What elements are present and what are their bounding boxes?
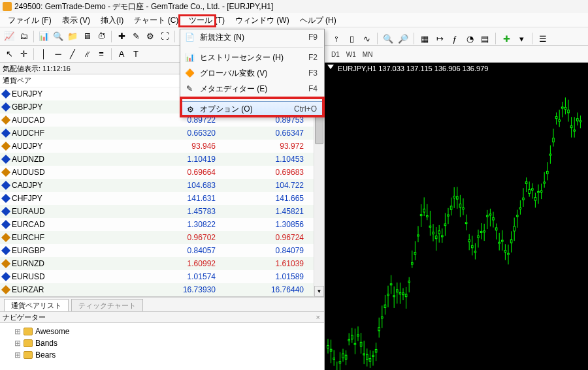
table-row[interactable]: EURUSD1.015741.01589 — [0, 270, 314, 283]
fibo-icon[interactable]: ≡ — [95, 48, 108, 61]
crosshair-icon[interactable]: ✛ — [17, 48, 30, 61]
tb-datawindow-icon[interactable]: 🔍 — [52, 30, 65, 43]
dd-metaeditor[interactable]: ✎ メタエディター (E) F4 — [180, 81, 324, 97]
scroll-down-icon[interactable]: ▼ — [314, 286, 324, 297]
text-icon[interactable]: A — [115, 48, 128, 61]
svg-rect-92 — [463, 208, 465, 209]
direction-icon — [1, 129, 10, 138]
svg-rect-14 — [345, 355, 347, 359]
trendline-icon[interactable]: ╱ — [66, 48, 79, 61]
svg-rect-72 — [433, 232, 434, 234]
chart-dropdown-icon[interactable] — [327, 65, 334, 69]
dd-history-center[interactable]: 📊 ヒストリーセンター (H) F2 — [180, 50, 324, 65]
bid-value: 1.60992 — [134, 257, 222, 270]
tf-mn[interactable]: MN — [361, 51, 374, 61]
svg-rect-144 — [540, 191, 542, 192]
menu-insert[interactable]: 挿入(I) — [95, 14, 129, 26]
menu-file[interactable]: ファイル (F) — [3, 14, 57, 26]
ask-value: 0.96724 — [222, 231, 310, 244]
hline-icon[interactable]: ─ — [52, 48, 65, 61]
shift-icon[interactable]: ↦ — [433, 32, 446, 45]
dd-new-order[interactable]: 📄 新規注文 (N) F9 — [180, 29, 324, 45]
dd-options[interactable]: ⚙ オプション (O) Ctrl+O — [180, 101, 324, 117]
bar-chart-icon[interactable]: ⫯ — [330, 32, 343, 45]
tf-d1[interactable]: D1 — [330, 51, 341, 61]
navigator-close-icon[interactable]: × — [316, 311, 324, 323]
table-row[interactable]: CHFJPY141.631141.665 — [0, 192, 314, 205]
table-row[interactable]: AUDJPY93.94693.972 — [0, 140, 314, 153]
nav-item[interactable]: ⊞Bears — [3, 349, 321, 361]
nav-item[interactable]: ⊞Bands — [3, 337, 321, 349]
table-row[interactable]: EURAUD1.457831.45821 — [0, 205, 314, 218]
obj-icon[interactable]: ☰ — [536, 32, 549, 45]
dd-metaeditor-shortcut: F4 — [308, 84, 318, 93]
tree-toggle-icon[interactable]: ⊞ — [14, 327, 21, 336]
candle-chart-icon[interactable]: ▯ — [345, 32, 358, 45]
tree-toggle-icon[interactable]: ⊞ — [14, 350, 21, 360]
channel-icon[interactable]: ⫽ — [80, 48, 93, 61]
templates-icon[interactable]: ▤ — [478, 32, 491, 45]
table-row[interactable]: AUDNZD1.104191.10453 — [0, 153, 314, 166]
svg-rect-78 — [442, 236, 444, 237]
svg-rect-38 — [382, 317, 384, 318]
bid-value: 141.631 — [134, 192, 222, 205]
dd-global-vars[interactable]: 🔶 グローバル変数 (V) F3 — [180, 65, 324, 81]
chart-area[interactable]: EURJPY,H1 137.033 137.115 136.906 136.97… — [325, 63, 588, 370]
tb-terminal-icon[interactable]: 🖥 — [80, 30, 93, 43]
textlabel-icon[interactable]: T — [129, 48, 142, 61]
table-row[interactable]: EURGBP0.840570.84079 — [0, 244, 314, 257]
tb-options-icon[interactable]: ⚙ — [144, 30, 157, 43]
expand-icon[interactable]: ▾ — [515, 32, 528, 45]
direction-icon — [1, 168, 10, 177]
menu-chart[interactable]: チャート (C) — [129, 14, 184, 26]
tab-symbols[interactable]: 通貨ペアリスト — [4, 299, 69, 311]
autoscr-icon[interactable]: ▦ — [418, 32, 431, 45]
zoom-in-icon[interactable]: 🔍 — [382, 32, 395, 45]
tb-profiles-icon[interactable]: 🗂 — [17, 30, 30, 43]
ask-value: 141.665 — [222, 192, 310, 205]
menu-window[interactable]: ウィンドウ (W) — [230, 14, 295, 26]
svg-rect-12 — [342, 354, 344, 358]
indicators-icon[interactable]: ƒ — [448, 32, 461, 45]
periods-icon[interactable]: ◔ — [463, 32, 476, 45]
vline-icon[interactable]: │ — [37, 48, 50, 61]
table-row[interactable]: AUDCHF0.663200.66347 — [0, 127, 314, 140]
table-row[interactable]: CADJPY104.683104.722 — [0, 179, 314, 192]
table-row[interactable]: EURZAR16.7393016.76440 — [0, 283, 314, 296]
tb-tester-icon[interactable]: ⏱ — [95, 30, 108, 43]
nav-item[interactable]: ⊞Awesome — [3, 326, 321, 337]
symbol-label: AUDJPY — [12, 142, 42, 151]
ask-value: 0.84079 — [222, 244, 310, 257]
line-chart-icon[interactable]: ∿ — [360, 32, 373, 45]
tb-metaeditor-icon[interactable]: ✎ — [129, 30, 142, 43]
svg-rect-46 — [393, 296, 395, 297]
app-logo-icon — [3, 2, 12, 11]
cursor-icon[interactable]: ↖ — [3, 48, 16, 61]
direction-icon — [1, 246, 10, 255]
addwin-icon[interactable]: ✚ — [500, 32, 513, 45]
svg-rect-58 — [412, 263, 414, 265]
table-row[interactable]: EURCHF0.967020.96724 — [0, 231, 314, 244]
tb-neworder-icon[interactable]: ✚ — [115, 30, 128, 43]
tree-toggle-icon[interactable]: ⊞ — [14, 339, 21, 348]
zoom-out-icon[interactable]: 🔎 — [397, 32, 410, 45]
svg-rect-66 — [423, 209, 425, 212]
tb-fullscreen-icon[interactable]: ⛶ — [158, 30, 171, 43]
tb-new-chart-icon[interactable]: 📈 — [3, 30, 16, 43]
table-row[interactable]: EURNZD1.609921.61039 — [0, 257, 314, 270]
menu-view[interactable]: 表示 (V) — [57, 14, 95, 26]
menu-tools[interactable]: ツール (T) — [184, 14, 230, 26]
tb-navigator-icon[interactable]: 📁 — [66, 30, 79, 43]
tf-w1[interactable]: W1 — [345, 51, 357, 61]
table-row[interactable]: AUDUSD0.696640.69683 — [0, 166, 314, 179]
svg-rect-62 — [417, 235, 419, 236]
tab-tick[interactable]: ティックチャート — [71, 299, 143, 311]
tb-marketwatch-icon[interactable]: 📊 — [37, 30, 50, 43]
ask-value: 0.66347 — [222, 127, 310, 140]
table-row[interactable]: EURCAD1.308221.30856 — [0, 218, 314, 231]
menu-help[interactable]: ヘルプ (H) — [295, 14, 342, 26]
svg-rect-36 — [378, 328, 380, 331]
marketwatch-scrollbar[interactable]: ▲ ▼ — [314, 87, 324, 297]
col-symbol-label[interactable]: 通貨ペア — [0, 74, 134, 87]
svg-rect-98 — [472, 245, 474, 248]
